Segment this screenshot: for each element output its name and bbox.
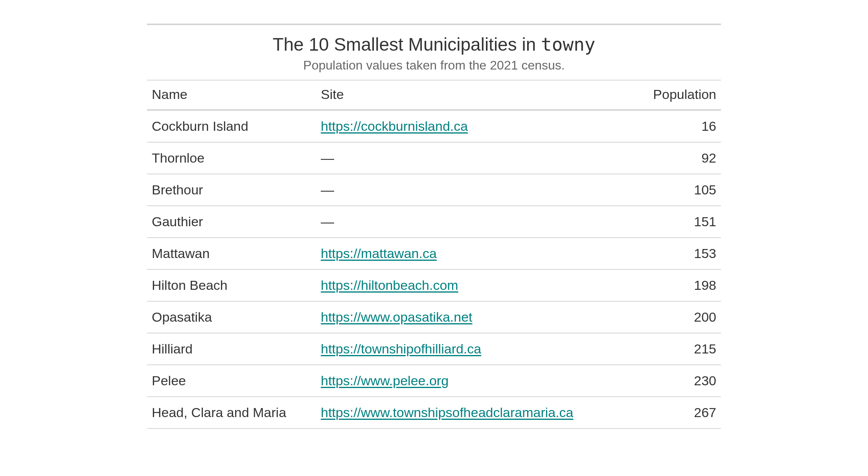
site-missing: — [321,150,334,165]
col-header-name: Name [147,80,316,110]
table-container: The 10 Smallest Municipalities in towny … [147,0,721,429]
site-link[interactable]: https://mattawan.ca [321,246,437,261]
cell-name: Opasatika [147,301,316,333]
table-row: Gauthier—151 [147,206,721,238]
site-link[interactable]: https://www.opasatika.net [321,309,473,324]
cell-site: https://townshipofhilliard.ca [316,333,615,365]
cell-name: Hilton Beach [147,269,316,301]
title-code: towny [541,34,595,55]
table-row: Cockburn Islandhttps://cockburnisland.ca… [147,110,721,142]
cell-population: 153 [615,238,721,269]
table-row: Hilliardhttps://townshipofhilliard.ca215 [147,333,721,365]
table-row: Mattawanhttps://mattawan.ca153 [147,238,721,269]
cell-name: Brethour [147,174,316,206]
page-title: The 10 Smallest Municipalities in towny [147,34,721,55]
table-body: Cockburn Islandhttps://cockburnisland.ca… [147,110,721,428]
cell-name: Gauthier [147,206,316,238]
site-missing: — [321,182,334,197]
site-link[interactable]: https://www.townshipsofheadclaramaria.ca [321,405,574,420]
cell-population: 200 [615,301,721,333]
site-link[interactable]: https://cockburnisland.ca [321,119,468,134]
cell-site: https://www.pelee.org [316,365,615,397]
cell-site: https://www.opasatika.net [316,301,615,333]
cell-population: 230 [615,365,721,397]
title-prefix: The 10 Smallest Municipalities in [272,34,541,55]
table-row: Head, Clara and Mariahttps://www.townshi… [147,397,721,428]
table-row: Hilton Beachhttps://hiltonbeach.com198 [147,269,721,301]
cell-name: Head, Clara and Maria [147,397,316,428]
table-row: Brethour—105 [147,174,721,206]
cell-site: — [316,174,615,206]
cell-name: Mattawan [147,238,316,269]
table-header-row: Name Site Population [147,80,721,110]
cell-site: — [316,206,615,238]
cell-population: 16 [615,110,721,142]
cell-name: Thornloe [147,142,316,174]
cell-name: Hilliard [147,333,316,365]
site-missing: — [321,214,334,229]
top-rule [147,24,721,25]
cell-population: 267 [615,397,721,428]
col-header-site: Site [316,80,615,110]
cell-name: Pelee [147,365,316,397]
page-subtitle: Population values taken from the 2021 ce… [147,58,721,73]
cell-site: https://cockburnisland.ca [316,110,615,142]
table-row: Peleehttps://www.pelee.org230 [147,365,721,397]
cell-name: Cockburn Island [147,110,316,142]
cell-population: 151 [615,206,721,238]
cell-population: 105 [615,174,721,206]
table-row: Opasatikahttps://www.opasatika.net200 [147,301,721,333]
cell-site: — [316,142,615,174]
site-link[interactable]: https://townshipofhilliard.ca [321,341,481,356]
cell-population: 92 [615,142,721,174]
cell-site: https://mattawan.ca [316,238,615,269]
site-link[interactable]: https://www.pelee.org [321,373,449,388]
col-header-population: Population [615,80,721,110]
municipalities-table: Name Site Population Cockburn Islandhttp… [147,80,721,429]
cell-population: 198 [615,269,721,301]
table-row: Thornloe—92 [147,142,721,174]
cell-site: https://www.townshipsofheadclaramaria.ca [316,397,615,428]
site-link[interactable]: https://hiltonbeach.com [321,278,458,293]
cell-population: 215 [615,333,721,365]
cell-site: https://hiltonbeach.com [316,269,615,301]
